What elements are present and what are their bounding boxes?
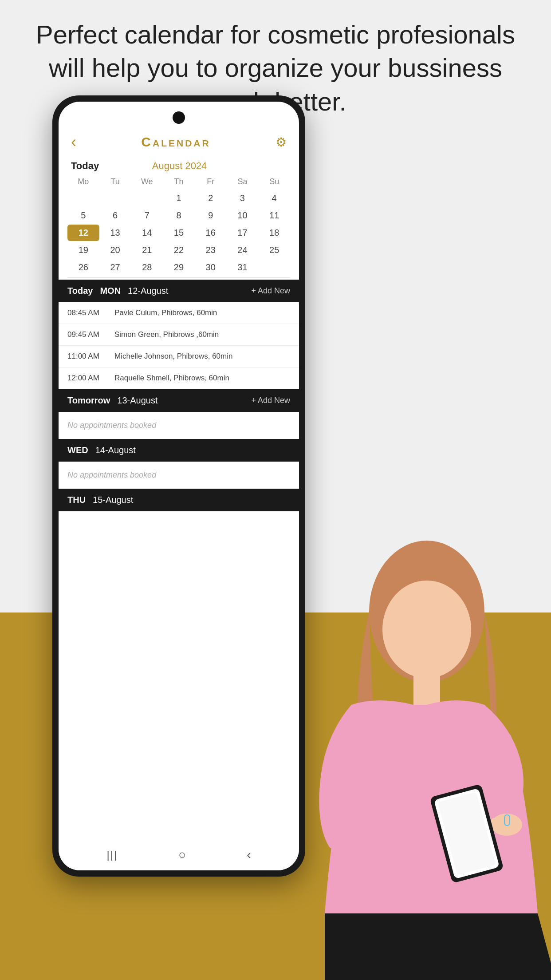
day-dow-thu: THU	[67, 495, 86, 505]
app-header: ‹ Calendar ⚙	[59, 102, 299, 158]
appt-time: 12:00 AM	[67, 374, 107, 383]
person-image	[263, 514, 551, 980]
svg-rect-6	[504, 815, 510, 826]
day-date-12: 12-August	[128, 286, 168, 296]
appointment-row[interactable]: 08:45 AM Pavle Culum, Phibrows, 60min	[59, 302, 299, 324]
cal-cell-21[interactable]: 21	[131, 242, 163, 258]
cal-cell-18[interactable]: 18	[258, 225, 290, 241]
day-dow-mon: MON	[100, 286, 121, 296]
cal-cell-22[interactable]: 22	[163, 242, 195, 258]
cal-cell-1[interactable]: 1	[163, 190, 195, 206]
nav-recents-icon[interactable]: |||	[107, 849, 118, 861]
col-su: Su	[258, 175, 290, 188]
appt-time: 09:45 AM	[67, 330, 107, 339]
cal-cell-25[interactable]: 25	[258, 242, 290, 258]
appointment-row[interactable]: 11:00 AM Michelle Johnson, Phibrows, 60m…	[59, 346, 299, 368]
cal-cell-5[interactable]: 5	[67, 207, 99, 224]
no-appointments-13: No appointments booked	[59, 412, 299, 439]
cal-cell-31[interactable]: 31	[227, 259, 259, 276]
day-dow-wed: WED	[67, 445, 88, 455]
svg-point-1	[382, 581, 471, 678]
svg-rect-2	[413, 674, 440, 705]
day-date-13: 13-August	[117, 395, 157, 406]
cal-cell[interactable]	[131, 190, 163, 206]
cal-cell-29[interactable]: 29	[163, 259, 195, 276]
day-date-14: 14-August	[95, 445, 136, 455]
svg-rect-5	[498, 816, 503, 826]
day-header-tomorrow: Tomorrow 13-August + Add New	[59, 389, 299, 412]
cal-week-4: 19 20 21 22 23 24 25	[67, 242, 290, 258]
cal-week-1: 1 2 3 4	[67, 190, 290, 206]
cal-cell-28[interactable]: 28	[131, 259, 163, 276]
calendar-header-row: Mo Tu We Th Fr Sa Su	[67, 175, 290, 188]
cal-week-5: 26 27 28 29 30 31	[67, 259, 290, 276]
cal-cell-24[interactable]: 24	[227, 242, 259, 258]
cal-cell-14[interactable]: 14	[131, 225, 163, 241]
cal-cell-8[interactable]: 8	[163, 207, 195, 224]
cal-cell-17[interactable]: 17	[227, 225, 259, 241]
cal-cell-empty[interactable]	[258, 259, 290, 276]
day-header-wed: WED 14-August	[59, 439, 299, 462]
add-new-today[interactable]: + Add New	[251, 286, 290, 296]
day-header-thu: THU 15-August	[59, 489, 299, 511]
col-tu: Tu	[99, 175, 131, 188]
cal-week-3: 12 13 14 15 16 17 18	[67, 225, 290, 241]
no-appointments-14: No appointments booked	[59, 462, 299, 489]
cal-cell-19[interactable]: 19	[67, 242, 99, 258]
cal-cell-26[interactable]: 26	[67, 259, 99, 276]
appt-desc: Pavle Culum, Phibrows, 60min	[114, 308, 217, 317]
cal-cell-7[interactable]: 7	[131, 207, 163, 224]
appointment-row[interactable]: 09:45 AM Simon Green, Phibrows ,60min	[59, 324, 299, 346]
cal-cell-10[interactable]: 10	[227, 207, 259, 224]
col-we: We	[131, 175, 163, 188]
month-nav: Today August 2024	[59, 158, 299, 175]
cal-cell-6[interactable]: 6	[99, 207, 131, 224]
cal-cell-15[interactable]: 15	[163, 225, 195, 241]
back-button[interactable]: ‹	[71, 133, 76, 151]
schedule-section: Today MON 12-August + Add New 08:45 AM P…	[59, 280, 299, 511]
cal-cell-9[interactable]: 9	[195, 207, 227, 224]
appt-desc: Raquelle Shmell, Phibrows, 60min	[114, 374, 229, 383]
today-label: Today	[71, 160, 99, 172]
cal-cell-23[interactable]: 23	[195, 242, 227, 258]
day-label-today: Today	[67, 286, 93, 296]
cal-cell-30[interactable]: 30	[195, 259, 227, 276]
month-label: August 2024	[152, 160, 207, 172]
day-header-today: Today MON 12-August + Add New	[59, 280, 299, 302]
calendar-divider	[67, 277, 290, 278]
appointment-row[interactable]: 12:00 AM Raquelle Shmell, Phibrows, 60mi…	[59, 368, 299, 389]
appt-time: 08:45 AM	[67, 308, 107, 317]
settings-icon[interactable]: ⚙	[276, 135, 287, 150]
nav-home-icon[interactable]: ○	[178, 848, 186, 862]
cal-cell[interactable]	[67, 190, 99, 206]
col-th: Th	[163, 175, 195, 188]
cal-week-2: 5 6 7 8 9 10 11	[67, 207, 290, 224]
cal-cell-16[interactable]: 16	[195, 225, 227, 241]
col-mo: Mo	[67, 175, 99, 188]
cal-cell-2[interactable]: 2	[195, 190, 227, 206]
appt-time: 11:00 AM	[67, 352, 107, 361]
day-date-15: 15-August	[93, 495, 133, 505]
cal-cell-11[interactable]: 11	[258, 207, 290, 224]
camera-dot	[173, 111, 185, 124]
cal-cell-27[interactable]: 27	[99, 259, 131, 276]
calendar-grid: Mo Tu We Th Fr Sa Su 1 2 3 4	[59, 175, 299, 276]
appt-desc: Michelle Johnson, Phibrows, 60min	[114, 352, 232, 361]
col-sa: Sa	[227, 175, 259, 188]
add-new-tomorrow[interactable]: + Add New	[251, 396, 290, 405]
appt-desc: Simon Green, Phibrows ,60min	[114, 330, 219, 339]
cal-cell-3[interactable]: 3	[227, 190, 259, 206]
nav-back-icon[interactable]: ‹	[247, 848, 251, 862]
app-title: Calendar	[141, 134, 210, 150]
col-fr: Fr	[195, 175, 227, 188]
svg-rect-7	[511, 817, 516, 826]
day-label-tomorrow: Tomorrow	[67, 395, 110, 406]
cal-cell-12-today[interactable]: 12	[67, 225, 99, 241]
cal-cell-4[interactable]: 4	[258, 190, 290, 206]
cal-cell-13[interactable]: 13	[99, 225, 131, 241]
cal-cell[interactable]	[99, 190, 131, 206]
cal-cell-20[interactable]: 20	[99, 242, 131, 258]
